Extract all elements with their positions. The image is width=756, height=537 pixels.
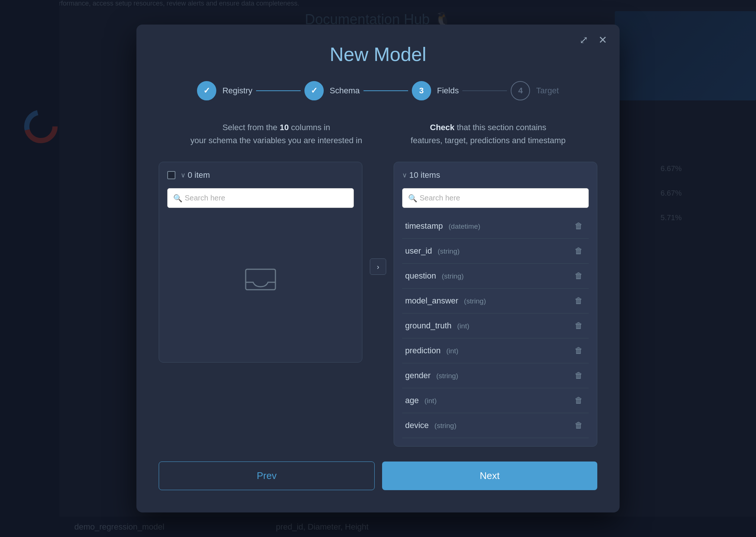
desc-right: Check that this section contains feature…: [411, 121, 566, 147]
delete-field-button[interactable]: 🗑: [572, 245, 586, 257]
left-chevron-icon: ∨: [181, 171, 185, 179]
right-search-wrap: 🔍: [402, 188, 589, 208]
left-panel: ∨ 0 item 🔍: [159, 162, 362, 363]
step-label-schema: Schema: [330, 86, 360, 96]
left-search-wrap: 🔍: [167, 188, 354, 208]
connector-1-2: [256, 90, 301, 91]
field-type: (int): [444, 347, 458, 355]
new-model-modal: ⤢ ✕ New Model ✓ Registry ✓ Schema: [136, 25, 620, 512]
delete-field-button[interactable]: 🗑: [572, 270, 586, 282]
arrow-btn-wrap: ›: [370, 162, 386, 275]
field-item[interactable]: gender (string) 🗑: [402, 363, 589, 388]
field-type: (string): [436, 247, 459, 255]
step-schema: ✓ Schema: [304, 81, 360, 100]
field-item[interactable]: prediction (int) 🗑: [402, 338, 589, 363]
next-button[interactable]: Next: [382, 462, 597, 490]
field-name: device (string): [405, 421, 456, 430]
description-row: Select from the 10 columns in your schem…: [159, 121, 597, 147]
field-type: (string): [433, 422, 456, 430]
inbox-icon: [244, 267, 277, 294]
left-search-input[interactable]: [167, 188, 354, 208]
delete-field-button[interactable]: 🗑: [572, 344, 586, 357]
field-item[interactable]: device (string) 🗑: [402, 413, 589, 438]
step-target: 4 Target: [511, 81, 559, 100]
modal-title: New Model: [159, 43, 597, 65]
panels-container: ∨ 0 item 🔍 ›: [159, 162, 597, 447]
select-all-checkbox[interactable]: [167, 171, 175, 179]
left-panel-header: ∨ 0 item: [167, 170, 354, 180]
field-type: (int): [455, 322, 469, 330]
expand-button[interactable]: ⤢: [578, 33, 589, 47]
close-button[interactable]: ✕: [597, 33, 608, 47]
field-list: timestamp (datetime) 🗑 user_id (string) …: [402, 214, 589, 438]
desc-left: Select from the 10 columns in your schem…: [190, 121, 362, 147]
right-panel: ∨ 10 items 🔍 timestamp (datetime) 🗑 user…: [394, 162, 597, 447]
modal-actions: ⤢ ✕: [578, 33, 608, 47]
field-type: (string): [434, 372, 458, 380]
right-item-count: ∨ 10 items: [402, 170, 440, 180]
field-item[interactable]: question (string) 🗑: [402, 264, 589, 289]
step-circle-registry: ✓: [197, 81, 216, 100]
right-panel-header: ∨ 10 items: [402, 170, 589, 180]
delete-field-button[interactable]: 🗑: [572, 319, 586, 332]
field-item[interactable]: user_id (string) 🗑: [402, 239, 589, 264]
right-search-icon: 🔍: [408, 194, 417, 203]
field-item[interactable]: timestamp (datetime) 🗑: [402, 214, 589, 239]
step-circle-fields: 3: [412, 81, 431, 100]
field-name: gender (string): [405, 371, 458, 380]
footer-buttons: Prev Next: [159, 462, 597, 490]
step-circle-schema: ✓: [304, 81, 324, 100]
field-type: (int): [423, 397, 437, 405]
modal-backdrop: ⤢ ✕ New Model ✓ Registry ✓ Schema: [0, 0, 756, 537]
step-circle-target: 4: [511, 81, 530, 100]
field-item[interactable]: age (int) 🗑: [402, 388, 589, 413]
delete-field-button[interactable]: 🗑: [572, 295, 586, 307]
field-name: question (string): [405, 271, 464, 281]
step-fields: 3 Fields: [412, 81, 459, 100]
delete-field-button[interactable]: 🗑: [572, 394, 586, 407]
prev-button[interactable]: Prev: [159, 462, 375, 490]
move-left-button[interactable]: ›: [370, 258, 386, 275]
step-label-fields: Fields: [437, 86, 459, 96]
step-registry: ✓ Registry: [197, 81, 252, 100]
left-item-count: ∨ 0 item: [181, 170, 210, 180]
field-type: (string): [462, 297, 486, 305]
delete-field-button[interactable]: 🗑: [572, 419, 586, 432]
field-type: (datetime): [446, 222, 480, 230]
field-item[interactable]: model_answer (string) 🗑: [402, 289, 589, 313]
left-search-icon: 🔍: [173, 194, 182, 203]
stepper: ✓ Registry ✓ Schema 3 Fields: [159, 81, 597, 100]
step-label-target: Target: [536, 86, 559, 96]
field-name: prediction (int): [405, 346, 458, 356]
left-empty-state: [167, 214, 354, 348]
delete-field-button[interactable]: 🗑: [572, 220, 586, 232]
field-name: timestamp (datetime): [405, 221, 480, 231]
field-name: age (int): [405, 396, 437, 405]
field-name: ground_truth (int): [405, 321, 469, 331]
connector-2-3: [364, 90, 408, 91]
right-search-input[interactable]: [402, 188, 589, 208]
field-name: model_answer (string): [405, 296, 486, 306]
field-item[interactable]: ground_truth (int) 🗑: [402, 313, 589, 338]
field-name: user_id (string): [405, 246, 460, 256]
step-label-registry: Registry: [222, 86, 252, 96]
right-chevron-icon: ∨: [402, 171, 407, 179]
connector-3-4: [462, 90, 507, 91]
delete-field-button[interactable]: 🗑: [572, 369, 586, 382]
field-type: (string): [440, 272, 463, 280]
